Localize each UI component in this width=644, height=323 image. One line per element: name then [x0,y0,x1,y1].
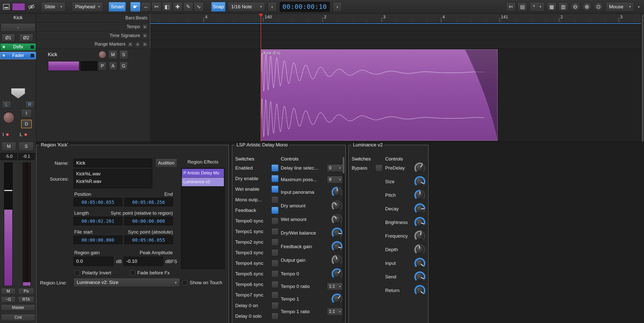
grid-button[interactable]: ▦ [547,2,556,11]
toggle-switch[interactable] [375,165,382,172]
show-on-touch-checkbox[interactable]: Show on Touch [182,280,222,285]
track-color-bar[interactable] [48,61,79,71]
tempo-ruler-label[interactable]: Tempo + [36,22,150,31]
strip-collapse-button[interactable]: - [1,23,35,32]
track-mini-display[interactable] [80,61,97,71]
grid-unit-dropdown[interactable]: 1/16 Note ▾ [228,2,265,12]
input-monitor-button[interactable]: I [21,109,32,118]
processor-active-led[interactable] [2,45,6,49]
file-start-clock[interactable]: 00:00:00.000 [73,236,122,244]
edit-mode-dropdown[interactable]: Slide ▾ [41,2,65,12]
track-record-enable-button[interactable] [99,51,106,58]
monitor-icon[interactable] [3,4,10,10]
knob[interactable] [414,271,425,282]
region-name-input[interactable]: Kick [73,159,152,167]
knob[interactable] [332,241,343,252]
nudge-forward-button[interactable]: › [333,2,342,12]
processor-edit-box[interactable] [31,54,34,57]
save-view-button[interactable]: ▥ [558,2,568,11]
plugin-scrollbar[interactable] [342,155,345,321]
phase-1-button[interactable]: Ø1 [2,34,15,42]
add-time-signature-button[interactable]: + [142,33,147,38]
region-effect-item[interactable]: P Artistic Delay Mo [182,169,224,177]
mini-select[interactable]: 0▾ [327,164,343,172]
gain-fader[interactable] [4,163,13,286]
knob[interactable] [414,163,425,174]
knob[interactable] [414,203,425,214]
record-enable-button[interactable] [3,112,15,123]
toggle-switch[interactable] [271,313,278,320]
bars-beats-ruler-label[interactable]: Bars:Beats [36,14,150,22]
processor-active-led[interactable] [2,54,6,57]
zoom-out-button[interactable]: ⊖ [571,2,580,11]
mini-select[interactable]: 1:1▾ [327,283,343,290]
processor-edit-box[interactable] [31,45,34,49]
position-clock[interactable]: 00:05:06.055 [73,198,122,206]
smart-mode-button[interactable]: Smart [109,2,126,12]
rta-button[interactable]: RTA [18,296,34,303]
transport-clock[interactable]: 00:00:00:10 [280,2,330,12]
track-canvas[interactable]: Kick (Fx) [150,49,641,142]
source-item[interactable]: Kick%R.wav [76,179,149,184]
scrollbar-thumb[interactable] [642,14,643,141]
eye-slash-icon[interactable] [28,4,35,10]
polarity-invert-checkbox[interactable]: Polarity Invert [75,270,111,276]
knob[interactable] [414,217,425,228]
edit-tool-button[interactable]: ∿ [194,2,204,12]
knob[interactable] [414,244,425,255]
toggle-switch[interactable] [271,217,278,224]
draw-tool-button[interactable]: ✎ [183,2,193,12]
meter-point-button[interactable]: M [1,288,16,295]
toolbar-overflow-icon[interactable]: ▾ [636,5,641,9]
knob[interactable] [414,231,425,242]
toggle-switch[interactable] [271,175,278,182]
processor-fader[interactable]: Fader [0,52,36,59]
time-signature-strip[interactable] [150,31,644,40]
zoom-in-button[interactable]: ⊕ [582,2,592,11]
group-button[interactable]: ~G [1,296,16,303]
editor-vertical-scrollbar[interactable] [641,14,644,142]
toggle-switch[interactable] [271,281,278,288]
time-signature-ruler-label[interactable]: Time Signature + [36,31,150,40]
stretch-tool-button[interactable]: ✚ [173,2,183,12]
gain-display[interactable]: -5.0 [1,153,17,160]
next-marker-button[interactable]: > [142,42,147,47]
group-assign-button[interactable]: G [119,62,128,70]
bars-beats-strip[interactable]: 414023414123 [150,14,644,22]
checkbox-icon[interactable] [75,270,80,275]
add-tempo-button[interactable]: + [142,24,147,29]
gain-fader-handle[interactable] [4,190,12,191]
post-button[interactable]: Po [18,288,34,295]
audio-region[interactable]: Kick (Fx) [261,49,498,141]
playhead[interactable] [261,14,261,142]
pan-right-button[interactable]: R [25,101,34,108]
checkbox-icon[interactable] [182,280,187,285]
phase-2-button[interactable]: Ø2 [19,34,33,42]
toggle-switch[interactable] [271,302,278,309]
solo-button[interactable]: S [19,142,34,151]
knob[interactable] [332,255,343,266]
track-mute-button[interactable]: M [108,50,117,59]
sources-box[interactable]: Kick%L.wavKick%R.wav [73,169,152,188]
snap-button[interactable]: Snap [211,2,225,12]
track-name[interactable]: Kick [48,52,57,57]
layers-button[interactable]: ▤ [518,2,527,11]
toggle-switch[interactable] [271,239,278,246]
strip-track-name[interactable]: Kick [0,15,36,20]
mute-button[interactable]: M [2,142,16,151]
fade-before-fx-checkbox[interactable]: Fade before Fx [130,270,170,276]
playlist-button[interactable]: P [98,62,106,70]
region-effect-item[interactable]: Luminance v2 [182,178,224,186]
scrollbar-thumb[interactable] [343,157,344,173]
grab-tool-button[interactable]: ☛ [130,2,140,12]
prev-marker-button[interactable]: < [128,42,133,47]
toggle-switch[interactable] [271,196,278,203]
audition-button[interactable]: Audition [155,158,177,168]
master-button[interactable]: Master [1,304,35,311]
marker-menu-dropdown[interactable]: * ▾ [530,2,544,12]
processor-dsflx[interactable]: Dsflx [0,43,36,51]
tempo-strip[interactable] [150,22,644,31]
audition-tool-button[interactable]: ◧ [162,2,172,12]
pan-left-button[interactable]: L [2,101,11,108]
nudge-back-button[interactable]: ‹ [268,2,277,12]
